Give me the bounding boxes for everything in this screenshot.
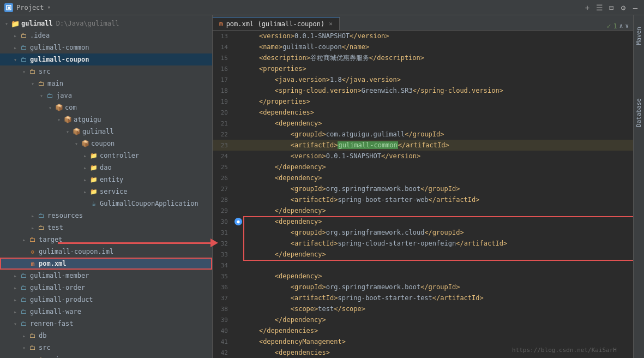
iml-file-icon: ⚙ xyxy=(28,247,37,256)
folder-icon-main2: 🗀 xyxy=(37,355,46,358)
arrow-renren xyxy=(11,321,20,327)
pom-xml-wrapper: m pom.xml xyxy=(0,258,212,270)
label-src: src xyxy=(39,68,51,75)
line-num-16: 16 xyxy=(213,65,233,73)
sidebar-item-src2[interactable]: 🗀 src xyxy=(0,342,212,354)
sidebar-item-order[interactable]: 🗀 gulimall-order xyxy=(0,282,212,294)
sidebar-item-gulimall-common[interactable]: 🗀 gulimall-common xyxy=(0,41,212,53)
line-num-20: 20 xyxy=(213,109,233,116)
arrow-dao xyxy=(81,165,89,171)
code-line-23: 23 <artifactId>gulimall-common</artifact… xyxy=(213,140,633,151)
label-gulimall-pkg: gulimall xyxy=(82,128,114,135)
split-btn[interactable]: ⊟ xyxy=(607,3,616,12)
line-num-35: 35 xyxy=(213,273,233,280)
arrow-controller xyxy=(81,153,89,159)
add-btn[interactable]: + xyxy=(583,3,592,12)
code-line-13: 13 <version>0.0.1-SNAPSHOT</version> xyxy=(213,31,633,41)
label-com: com xyxy=(65,104,77,111)
maven-tab[interactable]: Maven xyxy=(634,20,644,52)
sidebar-item-renren[interactable]: 🗀 renren-fast xyxy=(0,318,212,330)
sidebar-item-service[interactable]: 📁 service xyxy=(0,186,212,198)
label-idea: .idea xyxy=(30,32,50,39)
sidebar-item-member[interactable]: 🗀 gulimall-member xyxy=(0,270,212,282)
sidebar-item-iml[interactable]: ⚙ gulimall-coupon.iml xyxy=(0,246,212,258)
tab-pom-label: pom.xml (gulimall-coupon) xyxy=(226,20,325,28)
dropdown-arrow[interactable]: ▾ xyxy=(47,4,51,11)
sidebar-item-src[interactable]: 🗀 src xyxy=(0,65,212,77)
sidebar-item-app[interactable]: ☕ GulimallCouponApplication xyxy=(0,198,212,210)
arrow-entity xyxy=(81,177,89,183)
line-num-29: 29 xyxy=(213,207,233,214)
check-icon: ✓ xyxy=(607,22,611,30)
sidebar-item-ware[interactable]: 🗀 gulimall-ware xyxy=(0,306,212,318)
label-db: db xyxy=(39,332,46,339)
check-arrow[interactable]: ∧ xyxy=(619,22,623,29)
list-btn[interactable]: ☰ xyxy=(595,3,604,12)
arrow-com xyxy=(46,105,55,111)
sidebar-item-db[interactable]: 🗀 db xyxy=(0,330,212,342)
line-num-19: 19 xyxy=(213,98,233,105)
arrow-gulimall xyxy=(2,21,11,27)
sidebar-item-gulimall-coupon[interactable]: 🗀 gulimall-coupon xyxy=(0,53,212,65)
arrow-member xyxy=(11,273,20,279)
line-num-33: 33 xyxy=(213,251,233,258)
sidebar-item-pom[interactable]: m pom.xml xyxy=(0,258,212,270)
sidebar-item-atguigu[interactable]: 📦 atguigu xyxy=(0,114,212,126)
arrow-common xyxy=(11,45,20,51)
code-line-26: 26 <dependency> xyxy=(213,172,633,183)
code-text-34 xyxy=(243,261,247,269)
sidebar-item-coupon-pkg[interactable]: 📦 coupon xyxy=(0,138,212,150)
sidebar-item-resources[interactable]: 🗀 resources xyxy=(0,210,212,222)
arrow-java xyxy=(37,93,46,99)
code-text-20: <dependencies> xyxy=(243,109,314,116)
label-coupon: gulimall-coupon xyxy=(30,56,89,63)
sidebar-item-test[interactable]: 🗀 test xyxy=(0,222,212,234)
tab-pom-xml[interactable]: m pom.xml (gulimall-coupon) ✕ xyxy=(213,17,340,30)
hide-btn[interactable]: — xyxy=(631,3,640,12)
code-line-35: 35 <dependency> xyxy=(213,271,633,282)
folder-icon-src2: 🗀 xyxy=(28,343,37,352)
sidebar-item-controller[interactable]: 📁 controller xyxy=(0,150,212,162)
settings-btn[interactable]: ⚙ xyxy=(619,3,628,12)
module-icon-ware: 🗀 xyxy=(20,307,28,316)
xml-file-icon: m xyxy=(28,259,37,268)
folder-icon-main: 🗀 xyxy=(37,79,46,88)
sidebar-item-com[interactable]: 📦 com xyxy=(0,102,212,114)
code-text-39: </dependency> xyxy=(243,316,326,324)
database-tab[interactable]: Database xyxy=(634,96,644,129)
code-line-33: 33 </dependency> xyxy=(213,249,633,260)
sidebar-item-gulimall-pkg[interactable]: 📦 gulimall xyxy=(0,126,212,138)
sidebar-item-main[interactable]: 🗀 main xyxy=(0,77,212,90)
sidebar-item-java[interactable]: 🗀 java xyxy=(0,90,212,102)
module-icon-order: 🗀 xyxy=(20,283,28,292)
arrow-idea xyxy=(11,33,20,39)
code-line-24: 24 <version>0.0.1-SNAPSHOT</version> xyxy=(213,151,633,162)
line-num-24: 24 xyxy=(213,153,233,160)
code-line-18: 18 <spring-cloud.version>Greenwich.SR3</… xyxy=(213,85,633,96)
check-arrow-down[interactable]: ∨ xyxy=(625,22,629,29)
code-line-17: 17 <java.version>1.8</java.version> xyxy=(213,74,633,85)
sidebar-item-dao[interactable]: 📁 dao xyxy=(0,162,212,174)
arrow-db xyxy=(20,333,28,339)
editor-pane: m pom.xml (gulimall-coupon) ✕ ✓ 1 ∧ ∨ 13 xyxy=(213,15,633,358)
code-line-22: 22 <groupId>com.atguigu.gulimall</groupI… xyxy=(213,129,633,140)
code-line-41: 41 <dependencyManagement> xyxy=(213,336,633,347)
label-ware: gulimall-ware xyxy=(30,308,81,315)
arrow-ware xyxy=(11,309,20,315)
code-line-31: 31 <groupId>org.springframework.cloud</g… xyxy=(213,227,633,238)
sidebar-item-idea[interactable]: 🗀 .idea xyxy=(0,29,212,41)
sidebar-item-target[interactable]: 🗀 target xyxy=(0,234,212,246)
code-text-13: <version>0.0.1-SNAPSHOT</version> xyxy=(243,32,389,40)
java-file-icon: ☕ xyxy=(89,199,98,208)
code-line-36: 36 <groupId>org.springframework.boot</gr… xyxy=(213,282,633,293)
sidebar-item-main2[interactable]: 🗀 main xyxy=(0,354,212,358)
title-bar: Project ▾ + ☰ ⊟ ⚙ — xyxy=(0,0,644,15)
sidebar-item-gulimall[interactable]: 📁 gulimall D:\Java\gulimall xyxy=(0,17,212,29)
arrow-src2 xyxy=(20,345,28,351)
arrow-service xyxy=(81,189,89,195)
sidebar-item-entity[interactable]: 📁 entity xyxy=(0,174,212,186)
line-num-18: 18 xyxy=(213,87,233,94)
arrow-test xyxy=(28,225,37,231)
sidebar-item-product[interactable]: 🗀 gulimall-product xyxy=(0,294,212,306)
tab-close-btn[interactable]: ✕ xyxy=(329,20,333,27)
